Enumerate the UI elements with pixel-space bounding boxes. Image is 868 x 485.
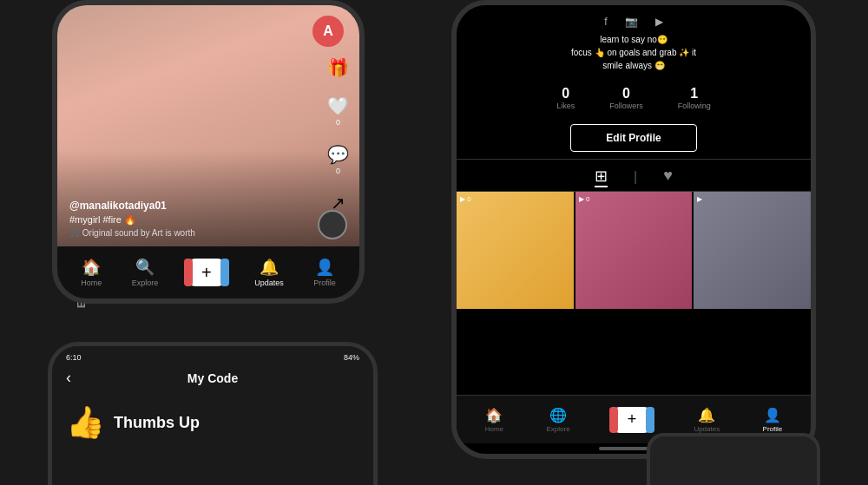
profile-nav-explore[interactable]: 🌐 Explore — [546, 407, 569, 433]
phone-top: A 🎁 🤍 0 💬 0 ↗ — [52, 0, 365, 304]
battery: 84% — [344, 353, 359, 362]
edit-profile-button[interactable]: Edit Profile — [570, 124, 696, 152]
record-button[interactable]: + — [188, 259, 225, 286]
tab-divider: | — [634, 167, 637, 187]
back-button[interactable]: ‹ — [66, 369, 71, 387]
phone-frame-top: A 🎁 🤍 0 💬 0 ↗ — [52, 0, 365, 304]
profile-nav-profile[interactable]: 👤 Profile — [763, 407, 783, 433]
explore-icon: 🌐 — [549, 407, 567, 423]
updates-label: Updates — [694, 425, 720, 433]
heart-count: 0 — [327, 118, 349, 127]
sound-text: 🎵 Original sound by Art is worth — [69, 228, 347, 238]
explore-label: Explore — [546, 425, 569, 433]
followers-label: Followers — [609, 102, 643, 110]
instagram-icon[interactable]: 📷 — [625, 16, 638, 28]
video-count-1: ▶ 0 — [460, 195, 471, 203]
phone-header: ‹ My Code — [52, 365, 373, 390]
following-label: Following — [678, 102, 711, 110]
updates-icon: 🔔 — [260, 258, 279, 277]
updates-icon: 🔔 — [698, 407, 715, 423]
profile-person-icon: 👤 — [764, 407, 781, 423]
thumbs-up-label: Thumbs Up — [114, 414, 200, 432]
status-bar: 6:10 84% — [52, 346, 373, 365]
profile-bio: learn to say no😶 focus 👆 on goals and gr… — [457, 33, 811, 79]
profile-screen: f 📷 ▶ learn to say no😶 focus 👆 on goals … — [457, 5, 811, 454]
video-thumbnail-3[interactable]: ▶ — [694, 192, 811, 309]
heart-icon[interactable]: 🤍 — [327, 96, 349, 115]
followers-stat: 0 Followers — [609, 86, 643, 110]
plus-icon: + — [194, 259, 220, 285]
likes-stat: 0 Likes — [556, 86, 575, 110]
phone-screen-top: A 🎁 🤍 0 💬 0 ↗ — [57, 5, 359, 246]
video-thumbnail-2[interactable]: ▶ 0 — [575, 192, 693, 309]
avatar: A — [312, 16, 344, 47]
nav-explore[interactable]: 🔍 Explore — [132, 258, 159, 287]
followers-count: 0 — [609, 86, 643, 102]
profile-videos-grid: ▶ 0 ▶ 0 ▶ — [457, 192, 811, 395]
left-section: EXPLORE SHORT A 🎁 🤍 0 💬 0 — [0, 0, 434, 485]
record-button[interactable]: + — [613, 407, 651, 433]
video-info-overlay: @manalikotadiya01 #mygirl #fire 🔥 🎵 Orig… — [57, 191, 359, 246]
thumbs-up-content: 👍 Thumbs Up — [52, 390, 373, 455]
phone-screen-small: 6:10 84% ‹ My Code 👍 Thumbs Up — [52, 346, 373, 485]
profile-label: Profile — [313, 279, 336, 287]
profile-nav-updates[interactable]: 🔔 Updates — [694, 407, 720, 433]
nav-updates[interactable]: 🔔 Updates — [254, 258, 284, 287]
home-icon: 🏠 — [485, 407, 503, 423]
gift-icon[interactable]: 🎁 — [327, 58, 349, 77]
phone-profile: f 📷 ▶ learn to say no😶 focus 👆 on goals … — [451, 0, 816, 459]
facebook-icon[interactable]: f — [604, 16, 607, 28]
likes-count: 0 — [556, 86, 575, 102]
tab-grid[interactable]: ⊞ — [595, 167, 608, 187]
nav-home[interactable]: 🏠 Home — [81, 258, 102, 287]
likes-label: Likes — [556, 102, 575, 110]
time: 6:10 — [66, 353, 82, 362]
phone-bottom-right — [647, 433, 820, 485]
globe-icon — [318, 210, 347, 239]
phone-frame-profile: f 📷 ▶ learn to say no😶 focus 👆 on goals … — [451, 0, 816, 459]
nav-profile[interactable]: 👤 Profile — [313, 258, 336, 287]
social-icons: f 📷 ▶ — [457, 5, 811, 33]
home-label: Home — [485, 425, 503, 433]
profile-nav-home[interactable]: 🏠 Home — [485, 407, 503, 433]
comment-icon[interactable]: 💬 — [327, 145, 349, 164]
video-count-3: ▶ — [697, 195, 702, 203]
profile-icon: 👤 — [315, 258, 334, 277]
following-stat: 1 Following — [678, 86, 711, 110]
video-thumbnail-1[interactable]: ▶ 0 — [457, 192, 574, 309]
page-title: My Code — [187, 371, 238, 385]
tab-heart[interactable]: ♥ — [663, 167, 673, 187]
side-icons: 🎁 🤍 0 💬 0 ↗ — [327, 57, 349, 213]
updates-label: Updates — [254, 279, 284, 287]
video-count-2: ▶ 0 — [579, 195, 590, 203]
comment-icon-container: 💬 0 — [327, 144, 349, 175]
profile-tabs: ⊞ | ♥ — [457, 159, 811, 192]
profile-stats: 0 Likes 0 Followers 1 Following — [457, 79, 811, 117]
phone-frame-small: 6:10 84% ‹ My Code 👍 Thumbs Up — [48, 342, 378, 485]
explore-icon: 🔍 — [135, 258, 155, 277]
phone-nav-top: 🏠 Home 🔍 Explore + 🔔 Updates 👤 Profile — [57, 246, 359, 298]
following-count: 1 — [678, 86, 711, 102]
thumbs-up-icon: 👍 — [66, 404, 105, 441]
home-icon: 🏠 — [82, 258, 101, 277]
hashtag-text: #mygirl #fire 🔥 — [69, 214, 347, 226]
gift-icon-container: 🎁 — [327, 57, 349, 78]
youtube-icon[interactable]: ▶ — [655, 16, 663, 28]
comment-count: 0 — [327, 167, 349, 175]
right-section: YOUR PROFILE f 📷 ▶ learn to say no😶 focu… — [434, 0, 868, 485]
home-label: Home — [81, 279, 102, 287]
profile-label: Profile — [763, 425, 783, 433]
phone-bottom-left: 6:10 84% ‹ My Code 👍 Thumbs Up — [48, 342, 378, 485]
heart-icon-container: 🤍 0 — [327, 95, 349, 127]
username-text: @manalikotadiya01 — [69, 200, 347, 212]
explore-label: Explore — [132, 279, 159, 287]
plus-icon: + — [620, 408, 644, 432]
